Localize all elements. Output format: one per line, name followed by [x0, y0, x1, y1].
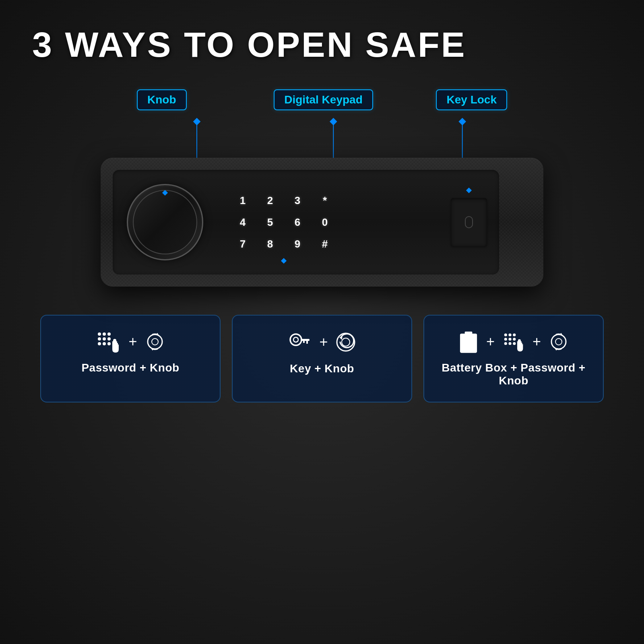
key-1[interactable]: 1 — [233, 191, 252, 210]
method-card-battery: + + — [423, 315, 604, 402]
keylock-hole — [465, 216, 473, 228]
key-icon — [288, 330, 312, 354]
svg-point-40 — [555, 339, 562, 345]
svg-point-15 — [148, 334, 162, 349]
callout-keylock-badge: Key Lock — [436, 89, 507, 110]
method-card-password-knob: + Password + Knob — [40, 315, 221, 402]
key-3[interactable]: 3 — [288, 191, 307, 210]
callout-knob: Knob — [137, 89, 187, 110]
svg-point-7 — [103, 332, 106, 336]
main-container: 3 WAYS TO OPEN SAFE Knob — [0, 0, 644, 644]
knob-outer[interactable] — [127, 184, 203, 260]
plus-3a: + — [486, 333, 495, 350]
svg-point-36 — [504, 342, 507, 345]
knob-rotate-icon-2 — [548, 331, 569, 352]
card-1-icons: + — [95, 330, 165, 353]
safe-body: 1 2 3 * 4 5 6 0 7 8 — [101, 158, 543, 287]
svg-point-32 — [513, 333, 516, 336]
svg-point-12 — [98, 342, 101, 345]
keypad-indicator-diamond — [281, 258, 287, 264]
key-0[interactable]: 0 — [316, 213, 334, 231]
svg-point-10 — [103, 337, 106, 341]
svg-rect-28 — [460, 334, 477, 353]
callout-keypad-label: Digital Keypad — [284, 93, 362, 106]
svg-point-38 — [513, 342, 516, 345]
svg-point-33 — [504, 338, 507, 341]
keypad-row-2: 4 5 6 0 — [233, 213, 334, 231]
method-card-key-knob: + Key + Knob — [232, 315, 412, 402]
svg-point-14 — [107, 342, 111, 345]
plus-2: + — [319, 334, 328, 351]
svg-point-25 — [342, 338, 350, 346]
knob-rotate-icon — [144, 331, 165, 352]
keypad-row-1: 1 2 3 * — [233, 191, 334, 210]
card-3-icons: + + — [458, 330, 569, 353]
key-2[interactable]: 2 — [261, 191, 279, 210]
svg-point-30 — [504, 333, 507, 336]
svg-point-6 — [98, 332, 101, 336]
key-star[interactable]: * — [316, 191, 334, 210]
svg-point-19 — [290, 334, 301, 345]
safe-section: Knob Digital Keypad Key Lock — [101, 89, 543, 287]
keypad-row-3: 7 8 9 # — [233, 235, 334, 253]
card-2-label: Key + Knob — [290, 362, 354, 375]
svg-point-8 — [107, 332, 111, 336]
callout-keypad-badge: Digital Keypad — [274, 89, 373, 110]
key-9[interactable]: 9 — [288, 235, 307, 253]
svg-rect-23 — [303, 341, 305, 343]
svg-rect-22 — [306, 341, 308, 344]
plus-1: + — [128, 333, 137, 350]
svg-point-37 — [508, 342, 511, 345]
plus-3b: + — [533, 333, 541, 350]
card-2-icons: + — [288, 330, 356, 354]
callout-knob-label: Knob — [147, 93, 176, 106]
key-7[interactable]: 7 — [233, 235, 252, 253]
safe-panel: 1 2 3 * 4 5 6 0 7 8 — [113, 170, 499, 275]
key-hash[interactable]: # — [316, 235, 334, 253]
svg-point-9 — [98, 337, 101, 341]
svg-point-13 — [103, 342, 106, 345]
keypad: 1 2 3 * 4 5 6 0 7 8 — [233, 191, 334, 253]
svg-rect-21 — [301, 339, 310, 341]
method-cards: + Password + Knob — [40, 315, 604, 402]
password-icon — [95, 330, 121, 353]
svg-point-11 — [107, 337, 111, 341]
callout-keylock-label: Key Lock — [446, 93, 497, 106]
key-4[interactable]: 4 — [233, 213, 252, 231]
svg-point-16 — [152, 339, 158, 345]
knob-inner[interactable] — [133, 190, 197, 254]
knob-control[interactable] — [125, 182, 205, 262]
svg-point-39 — [551, 334, 566, 349]
callout-keypad: Digital Keypad — [274, 89, 373, 110]
card-3-label: Battery Box + Password + Knob — [436, 361, 591, 387]
key-5[interactable]: 5 — [261, 213, 279, 231]
key-8[interactable]: 8 — [261, 235, 279, 253]
callout-knob-badge: Knob — [137, 89, 187, 110]
card-1-label: Password + Knob — [81, 361, 179, 374]
page-title: 3 WAYS TO OPEN SAFE — [32, 24, 466, 65]
knob-icon-2 — [335, 332, 356, 353]
svg-marker-26 — [339, 336, 343, 340]
password-icon-2 — [502, 331, 525, 352]
callout-keylock: Key Lock — [436, 89, 507, 110]
battery-box-icon — [458, 330, 479, 353]
svg-point-34 — [508, 338, 511, 341]
key-lock[interactable] — [451, 198, 487, 246]
keylock-indicator-diamond — [466, 188, 472, 193]
svg-point-35 — [513, 338, 516, 341]
svg-point-20 — [293, 337, 298, 342]
svg-point-31 — [508, 333, 511, 336]
svg-rect-29 — [465, 332, 473, 335]
key-6[interactable]: 6 — [288, 213, 307, 231]
